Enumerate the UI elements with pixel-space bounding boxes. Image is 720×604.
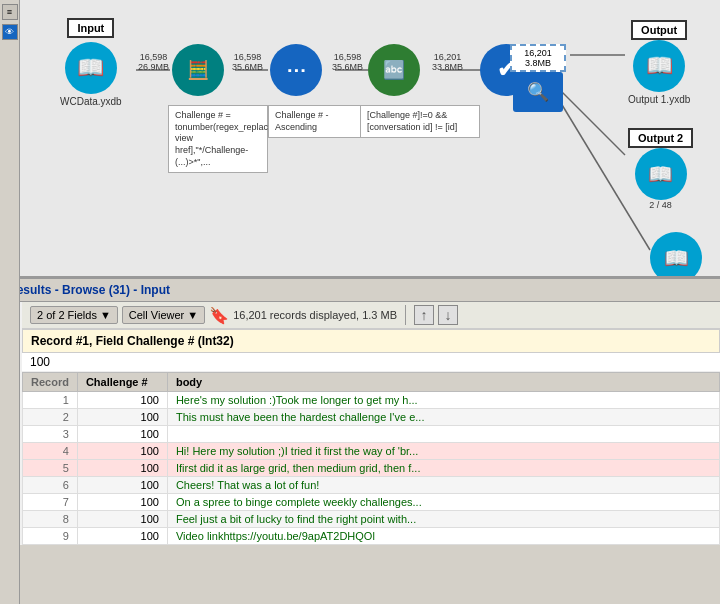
results-toolbar: 2 of 2 Fields ▼ Cell Viewer ▼ 🔖 16,201 r… [22,302,720,329]
formula2-node: ⋯ [270,44,322,96]
browse-icon[interactable]: 🔍 [513,72,563,112]
side-toolbar: ≡ 👁 [0,0,20,604]
results-header: Results - Browse (31) - Input [0,279,720,302]
fields-dropdown[interactable]: 2 of 2 Fields ▼ [30,306,118,324]
cell-record: 6 [23,477,78,494]
results-content: 2 of 2 Fields ▼ Cell Viewer ▼ 🔖 16,201 r… [22,302,720,545]
cell-body: This must have been the hardest challeng… [167,409,719,426]
scroll-down-button[interactable]: ↓ [438,305,458,325]
cell-body [167,426,719,443]
cell-challenge: 100 [77,443,167,460]
input-label: Input [67,18,114,38]
data-table-container[interactable]: Record Challenge # body 1100Here's my so… [22,372,720,545]
formula1-tooltip: Challenge # = tonumber(regex_replace([to… [168,105,268,173]
table-row: 6100Cheers! That was a lot of fun! [23,477,720,494]
cell-body: Here's my solution :)Took me longer to g… [167,392,719,409]
output2-size: 2 / 48 [649,200,672,210]
table-row: 9100Video linkhttps://youtu.be/9apAT2DHQ… [23,528,720,545]
cell-body: Cheers! That was a lot of fun! [167,477,719,494]
cell-challenge: 100 [77,392,167,409]
records-info: 16,201 records displayed, 1.3 MB [233,309,397,321]
record-info-bar: Record #1, Field Challenge # (Int32) [22,329,720,353]
side-btn-list[interactable]: ≡ [2,4,18,20]
output1-icon[interactable]: 📖 [633,40,685,92]
cell-body: Hi! Here my solution ;)I tried it first … [167,443,719,460]
col-header-challenge: Challenge # [77,373,167,392]
cell-record: 3 [23,426,78,443]
cell-challenge: 100 [77,426,167,443]
output1-node: Output 📖 Output 1.yxdb [628,20,690,105]
dropdown-arrow-icon: ▼ [100,309,111,321]
table-row: 3100 [23,426,720,443]
output1-file: Output 1.yxdb [628,94,690,105]
cell-record: 8 [23,511,78,528]
cell-record: 5 [23,460,78,477]
toolbar-divider [405,305,406,325]
filter-tooltip: [Challenge #]!=0 && [conversation id] !=… [360,105,480,138]
cell-challenge: 100 [77,494,167,511]
output2-node: Output 2 📖 2 / 48 [628,128,693,210]
formula1-node: 🧮 [172,44,224,96]
filter-node: 🔤 [368,44,420,96]
formula2-icon[interactable]: ⋯ [270,44,322,96]
cell-challenge: 100 [77,477,167,494]
cell-record: 9 [23,528,78,545]
formula1-icon[interactable]: 🧮 [172,44,224,96]
record-value: 100 [22,353,720,372]
table-row: 5100Ifirst did it as large grid, then me… [23,460,720,477]
results-panel: Results - Browse (31) - Input ≡ 👁 2 of 2… [0,278,720,545]
cell-body: On a spree to binge complete weekly chal… [167,494,719,511]
canvas-area: Input 📖 WCData.yxdb 16,598 26.9MB 🧮 Chal… [0,0,720,278]
size-badge-1: 16,598 26.9MB [138,52,169,72]
select-node[interactable]: 16,201 3.8MB 🔍 [510,44,566,112]
cell-viewer-dropdown[interactable]: Cell Viewer ▼ [122,306,205,324]
input-node: Input 📖 WCData.yxdb [60,18,122,107]
cell-challenge: 100 [77,528,167,545]
output2-icon[interactable]: 📖 [635,148,687,200]
cell-challenge: 100 [77,511,167,528]
size-badge-4: 16,201 33.8MB [432,52,463,72]
table-row: 4100Hi! Here my solution ;)I tried it fi… [23,443,720,460]
table-row: 7100On a spree to binge complete weekly … [23,494,720,511]
side-btn-profile[interactable]: 👁 [2,24,18,40]
output3-icon[interactable]: 📖 [650,232,702,278]
col-header-record: Record [23,373,78,392]
cell-body: Ifirst did it as large grid, then medium… [167,460,719,477]
filter-icon[interactable]: 🔤 [368,44,420,96]
cell-record: 4 [23,443,78,460]
cell-body: Video linkhttps://youtu.be/9apAT2DHQOl [167,528,719,545]
size-badge-2: 16,598 35.6MB [232,52,263,72]
cell-viewer-arrow-icon: ▼ [187,309,198,321]
scroll-up-button[interactable]: ↑ [414,305,434,325]
table-row: 1100Here's my solution :)Took me longer … [23,392,720,409]
input-file-label: WCData.yxdb [60,96,122,107]
table-row: 8100Feel just a bit of lucky to find the… [23,511,720,528]
input-icon[interactable]: 📖 [65,42,117,94]
data-table: Record Challenge # body 1100Here's my so… [22,372,720,545]
cell-record: 7 [23,494,78,511]
cell-challenge: 100 [77,460,167,477]
size-badge-3: 16,598 35.6MB [332,52,363,72]
col-header-body: body [167,373,719,392]
filter-icon-toolbar: 🔖 [209,306,229,325]
cell-record: 2 [23,409,78,426]
table-header-row: Record Challenge # body [23,373,720,392]
output3-node: 📖 45 [650,232,702,278]
formula2-tooltip: Challenge # - Ascending [268,105,368,138]
cell-challenge: 100 [77,409,167,426]
cell-body: Feel just a bit of lucky to find the rig… [167,511,719,528]
table-row: 2100This must have been the hardest chal… [23,409,720,426]
cell-record: 1 [23,392,78,409]
output2-label: Output 2 [628,128,693,148]
output1-label: Output [631,20,687,40]
